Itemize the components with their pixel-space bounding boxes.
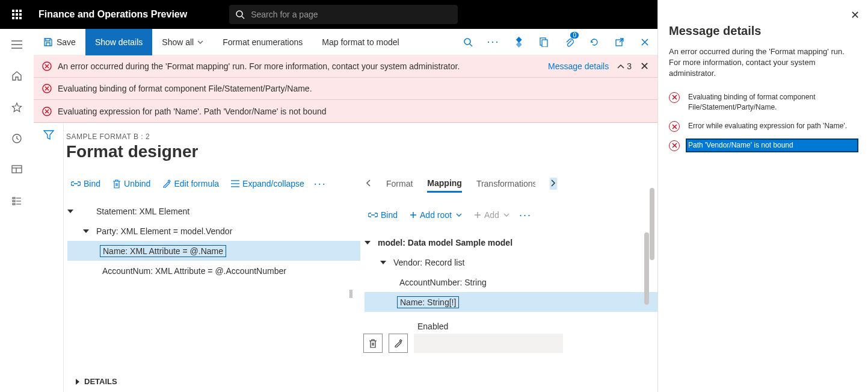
message-details-link[interactable]: Message details — [548, 61, 609, 71]
close-icon[interactable]: ✕ — [851, 8, 860, 22]
message-item-selected[interactable]: Path 'Vendor/Name' is not bound — [669, 136, 857, 155]
banner-text: Evaluating expression for path 'Name'. P… — [58, 107, 327, 116]
unbind-button[interactable]: Unbind — [110, 178, 153, 190]
home-icon[interactable] — [0, 60, 34, 92]
clock-icon[interactable] — [0, 123, 34, 154]
message-text: Evaluating binding of format component F… — [687, 92, 857, 114]
chevron-right-icon[interactable] — [76, 379, 79, 385]
chevron-down-icon[interactable] — [67, 210, 73, 213]
star-icon[interactable] — [0, 92, 34, 123]
bind-button[interactable]: Bind — [69, 178, 103, 190]
error-banner-2: Evaluating binding of format component F… — [34, 78, 657, 100]
edit-formula-button[interactable]: Edit formula — [160, 178, 221, 190]
search-input[interactable] — [229, 5, 458, 24]
tabs-next-icon[interactable] — [550, 178, 557, 190]
message-item[interactable]: Error while evaluating expression for pa… — [669, 117, 857, 135]
banner-text: Evaluating binding of format component F… — [58, 84, 312, 93]
modules-icon[interactable] — [0, 185, 34, 217]
chevron-down-icon[interactable] — [365, 241, 371, 244]
banner-close-icon[interactable]: ✕ — [640, 60, 649, 73]
error-banner-1: An error occurred during the 'Format map… — [34, 55, 657, 78]
save-label: Save — [57, 37, 76, 47]
designer: SAMPLE FORMAT B : 2 Format designer Bind… — [34, 123, 657, 392]
search-records-icon[interactable] — [455, 29, 481, 55]
chevron-down-icon[interactable] — [380, 261, 386, 264]
filter-icon[interactable] — [34, 123, 64, 392]
popout-icon[interactable] — [607, 29, 632, 55]
attachments-count: 0 — [570, 32, 579, 39]
svg-rect-22 — [542, 40, 547, 47]
svg-point-17 — [464, 39, 470, 45]
save-button[interactable]: Save — [34, 29, 85, 55]
close-icon[interactable] — [632, 29, 657, 55]
left-more-icon[interactable]: ··· — [314, 178, 327, 190]
diamond-icon[interactable] — [506, 29, 531, 55]
tabs-prev-icon[interactable] — [365, 178, 372, 190]
show-all-label: Show all — [162, 37, 194, 47]
svg-line-18 — [470, 44, 472, 46]
splitter-handle[interactable]: ǁ — [349, 288, 353, 298]
message-text: Path 'Vendor/Name' is not bound — [687, 140, 857, 151]
tree-node[interactable]: AccountNumber: String — [365, 272, 657, 292]
nav-rail — [0, 29, 34, 392]
waffle-icon[interactable] — [0, 0, 34, 29]
search-field[interactable] — [251, 10, 452, 19]
svg-line-1 — [242, 16, 244, 19]
page-title: Format designer — [66, 142, 657, 161]
delete-icon[interactable] — [363, 334, 383, 353]
add-button: Add — [472, 209, 512, 221]
format-tree-pane: Bind Unbind Edit formula Expand/collapse… — [64, 173, 360, 371]
workspace-icon[interactable] — [0, 154, 34, 185]
refresh-icon[interactable] — [582, 29, 607, 55]
tree-node-selected[interactable]: Name: XML Attribute = @.Name — [67, 241, 360, 261]
show-details-button[interactable]: Show details — [85, 29, 152, 55]
edit-icon[interactable] — [389, 334, 408, 353]
chevron-down-icon — [197, 40, 203, 44]
error-icon — [42, 84, 52, 93]
message-details-panel: ✕ Message details An error occurred duri… — [657, 0, 868, 392]
breadcrumb: SAMPLE FORMAT B : 2 — [66, 132, 657, 141]
more-icon[interactable]: ··· — [481, 29, 506, 55]
add-root-button[interactable]: Add root — [407, 209, 464, 221]
tab-transformations[interactable]: Transformations — [476, 176, 535, 191]
svg-rect-13 — [13, 201, 15, 202]
tree-node[interactable]: model: Data model Sample model — [365, 232, 657, 252]
collapse-count[interactable]: 3 — [617, 61, 632, 71]
error-icon — [42, 107, 52, 116]
mapping-pane: Format Mapping Transformations Bind Add … — [360, 173, 657, 371]
chevron-down-icon[interactable] — [83, 229, 89, 233]
error-banners: An error occurred during the 'Format map… — [34, 55, 657, 123]
scrollbar[interactable] — [644, 232, 649, 317]
banner-text: An error occurred during the 'Format map… — [58, 61, 460, 71]
attachments-icon[interactable]: 0 — [556, 29, 582, 55]
right-more-icon[interactable]: ··· — [519, 209, 532, 222]
message-item[interactable]: Evaluating binding of format component F… — [669, 88, 857, 117]
message-text: Error while evaluating expression for pa… — [687, 120, 857, 132]
error-icon — [42, 61, 52, 71]
tree-node[interactable]: Vendor: Record list — [365, 252, 657, 272]
map-format-button[interactable]: Map format to model — [312, 29, 408, 55]
tab-format[interactable]: Format — [386, 176, 413, 191]
hamburger-icon[interactable] — [0, 29, 34, 60]
details-section[interactable]: DETAILS — [64, 371, 657, 392]
details-label: DETAILS — [84, 377, 117, 386]
svg-point-0 — [236, 11, 242, 17]
tree-node-selected[interactable]: Name: String[!] — [365, 292, 657, 312]
error-icon — [669, 140, 680, 151]
page-icon[interactable] — [531, 29, 556, 55]
expand-collapse-button[interactable]: Expand/collapse — [229, 178, 307, 190]
panel-description: An error occurred during the 'Format map… — [669, 46, 857, 79]
panel-title: Message details — [669, 24, 857, 38]
svg-rect-8 — [12, 166, 22, 173]
error-banner-3: Evaluating expression for path 'Name'. P… — [34, 100, 657, 122]
message-list: Evaluating binding of format component F… — [669, 88, 857, 155]
bind-right-button[interactable]: Bind — [366, 209, 400, 221]
svg-rect-20 — [516, 42, 522, 48]
tab-mapping[interactable]: Mapping — [427, 175, 462, 193]
tree-node[interactable]: Party: XML Element = model.Vendor — [67, 221, 360, 241]
tree-node[interactable]: AccountNum: XML Attribute = @.AccountNum… — [67, 261, 360, 281]
enabled-field[interactable] — [414, 334, 563, 353]
show-all-button[interactable]: Show all — [152, 29, 213, 55]
tree-node[interactable]: Statement: XML Element — [67, 201, 360, 221]
format-enumerations-button[interactable]: Format enumerations — [213, 29, 312, 55]
